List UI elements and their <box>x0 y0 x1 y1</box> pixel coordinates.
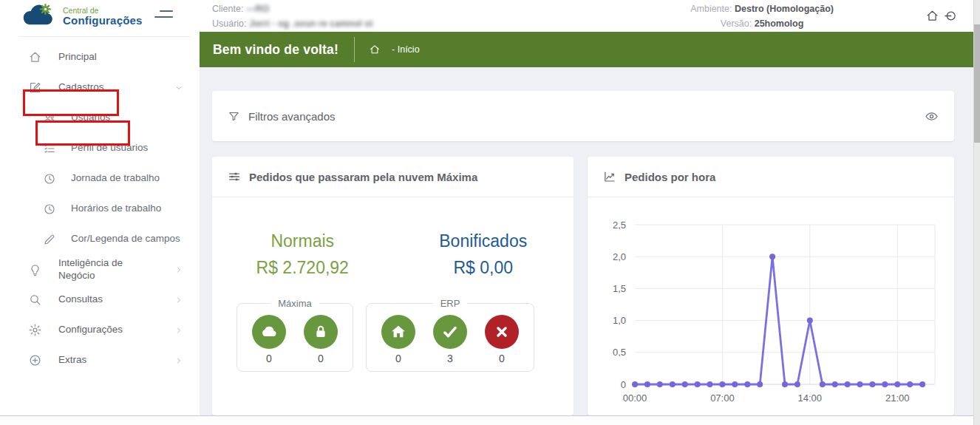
logo-line2: Configurações <box>63 15 143 27</box>
versao-label: Versão: <box>721 18 752 29</box>
stat-house: 0 <box>381 315 415 364</box>
breadcrumb[interactable]: - Início <box>369 44 420 55</box>
normais-value: R$ 2.720,92 <box>212 258 393 278</box>
check-badge <box>433 315 467 349</box>
svg-text:1,5: 1,5 <box>613 283 626 294</box>
sidebar-item-consultas[interactable]: Consultas <box>0 285 200 315</box>
svg-text:00:00: 00:00 <box>623 392 647 404</box>
house-icon <box>389 322 408 341</box>
stat-cloud: 0 <box>252 315 286 364</box>
sidebar-item-cadastros[interactable]: Cadastros <box>0 72 200 103</box>
bonificados-label: Bonificados <box>393 231 574 251</box>
orders-per-hour-chart: 00,51,01,52,02,500:0007:0014:0021:00 <box>593 205 948 415</box>
sidebar: PrincipalCadastrosUsuáriosPerfil de usuá… <box>0 32 200 415</box>
welcome-banner: Bem vindo de volta! - Início <box>200 32 974 67</box>
svg-text:2,0: 2,0 <box>613 251 626 262</box>
sidebar-item-configuracoes[interactable]: Configurações <box>0 315 200 345</box>
menu-toggle-icon[interactable] <box>154 8 173 23</box>
sliders-icon <box>228 170 241 183</box>
cloud-gear-logo-icon <box>19 2 58 29</box>
orders-summary-card: Pedidos que passaram pela nuvem Máxima N… <box>212 157 574 415</box>
sidebar-item-label: Usuários <box>71 112 110 124</box>
chevron-right-icon <box>174 356 183 365</box>
home-icon <box>369 44 381 55</box>
orders-per-hour-card: Pedidos por hora 00,51,01,52,02,500:0007… <box>588 157 954 415</box>
x-badge <box>485 315 519 349</box>
svg-text:0,5: 0,5 <box>613 347 626 358</box>
brush-icon <box>43 233 56 246</box>
scrollbar-thumb[interactable] <box>974 24 980 143</box>
orders-card-title: Pedidos que passaram pela nuvem Máxima <box>249 171 477 183</box>
app-logo[interactable]: Central de Configurações <box>19 2 143 29</box>
clock-icon <box>43 203 56 216</box>
plus-circle-icon <box>28 353 42 367</box>
sidebar-item-jornada-de-trabalho[interactable]: Jornada de trabalho <box>0 163 200 194</box>
svg-text:21:00: 21:00 <box>885 392 910 404</box>
stat-lock: 0 <box>304 315 338 364</box>
sidebar-item-horarios-de-trabalho[interactable]: Horários de trabalho <box>0 194 200 224</box>
bulb-icon <box>28 262 42 276</box>
scrollbar-track[interactable] <box>973 0 980 425</box>
chevron-right-icon <box>174 326 183 335</box>
chart-line-icon <box>603 170 616 183</box>
sidebar-item-extras[interactable]: Extras <box>0 345 200 375</box>
sidebar-item-label: Cadastros <box>58 81 104 94</box>
chevron-right-icon <box>174 296 183 305</box>
sidebar-item-cor-legenda-de-campos[interactable]: Cor/Legenda de campos <box>0 224 200 254</box>
edit-icon <box>28 81 42 95</box>
svg-text:14:00: 14:00 <box>798 392 823 404</box>
ambiente-value: Destro (Homologação) <box>735 4 834 14</box>
lock-badge <box>304 315 338 349</box>
group-máxima: Máxima00 <box>237 298 353 372</box>
breadcrumb-text: - Início <box>392 44 420 55</box>
sidebar-item-label: Inteligência de Negócio <box>58 257 149 282</box>
eye-icon[interactable] <box>925 109 939 123</box>
usuario-value: Jorri - og .svun re camnol oi <box>249 18 372 29</box>
stat-value: 0 <box>395 353 401 364</box>
main-content: Filtros avançados Pedidos que passaram p… <box>200 67 974 415</box>
sidebar-item-label: Consultas <box>58 293 103 306</box>
top-header: Central de Configurações Cliente: —RO Us… <box>0 0 974 32</box>
group-label: ERP <box>433 298 468 309</box>
cloud-icon <box>259 322 279 341</box>
chevron-down-icon <box>174 84 183 92</box>
svg-text:2,5: 2,5 <box>613 220 626 231</box>
x-icon <box>492 322 511 341</box>
versao-value: 25homolog <box>755 18 804 29</box>
stat-value: 0 <box>266 353 272 364</box>
banner-divider <box>354 37 355 62</box>
sidebar-item-principal[interactable]: Principal <box>0 42 200 72</box>
sidebar-item-label: Extras <box>58 354 86 367</box>
cliente-value: —RO <box>246 4 269 14</box>
group-erp: ERP030 <box>366 298 534 372</box>
search-icon <box>28 293 42 307</box>
stat-value: 3 <box>447 353 453 364</box>
lock-icon <box>311 322 330 341</box>
funnel-icon <box>228 110 240 123</box>
chevron-right-icon <box>174 265 183 274</box>
filters-title: Filtros avançados <box>248 110 336 123</box>
svg-text:07:00: 07:00 <box>710 392 735 404</box>
gear-icon <box>28 323 42 337</box>
home-icon[interactable] <box>925 9 939 23</box>
page-bottom-edge <box>0 415 974 425</box>
check-icon <box>440 322 460 341</box>
house-badge <box>381 315 415 349</box>
chart-card-title: Pedidos por hora <box>625 171 715 183</box>
sidebar-item-usuarios[interactable]: Usuários <box>0 103 200 133</box>
svg-text:1,0: 1,0 <box>613 315 626 326</box>
sidebar-item-label: Cor/Legenda de campos <box>71 233 180 245</box>
cloud-badge <box>252 315 286 349</box>
sidebar-item-label: Configurações <box>58 324 123 336</box>
stat-check: 3 <box>433 315 467 364</box>
list-check-icon <box>43 142 56 155</box>
bonificados-value: R$ 0,00 <box>393 258 574 278</box>
sidebar-item-label: Perfil de usuários <box>71 142 148 154</box>
stat-value: 0 <box>499 353 505 364</box>
sidebar-item-label: Horários de trabalho <box>71 203 161 215</box>
sidebar-item-inteligencia-de-negocio[interactable]: Inteligência de Negócio <box>0 254 200 285</box>
cliente-label: Cliente: <box>212 4 243 14</box>
sidebar-item-label: Principal <box>58 51 97 64</box>
sidebar-item-perfil-de-usuarios[interactable]: Perfil de usuários <box>0 133 200 163</box>
logout-icon[interactable] <box>943 9 957 23</box>
